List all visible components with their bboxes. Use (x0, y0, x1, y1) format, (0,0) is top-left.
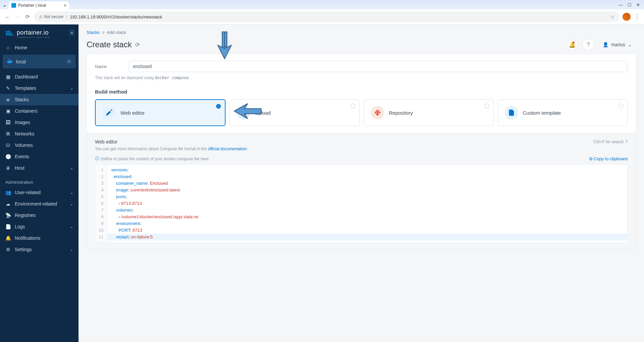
radio-icon: ✓ (216, 104, 221, 109)
build-method-web-editor[interactable]: Web editor✓ (95, 99, 226, 126)
browser-menu-icon[interactable]: ⋮ (634, 13, 640, 20)
chevron-down-icon: ⌄ (70, 225, 73, 229)
security-indicator[interactable]: ⚠ Not secure (39, 14, 63, 19)
breadcrumb: Stacks > Add stack (87, 30, 636, 35)
main-content: Stacks > Add stack Create stack ⟳ 🔔 ? (79, 24, 644, 342)
admin-section-header: Administration (0, 174, 79, 187)
editor-info: You can get more information about Compo… (95, 147, 628, 151)
chevron-down-icon: ⌄ (628, 42, 632, 47)
notifications-button[interactable]: 🔔 (566, 39, 578, 50)
tab-dropdown-icon[interactable]: ⌄ (1, 2, 7, 8)
nav-icon: 🖥 (5, 165, 11, 171)
code-line: container_name: Enclosed (111, 180, 623, 187)
nav-icon: 🔔 (5, 235, 11, 241)
nav-icon: 👥 (5, 190, 11, 195)
sidebar-item-events[interactable]: 🕘Events (0, 151, 79, 162)
sidebar-item-environment-related[interactable]: ☁Environment-related⌄ (0, 198, 79, 210)
nav-icon: 📡 (5, 213, 11, 218)
back-icon[interactable]: ← (4, 14, 11, 20)
user-menu[interactable]: 👤 marius ⌄ (599, 40, 636, 49)
sidebar-item-stacks[interactable]: ≣Stacks (0, 94, 79, 105)
sidebar-item-logs[interactable]: 📄Logs⌄ (0, 221, 79, 232)
profile-avatar[interactable] (623, 13, 631, 21)
copy-clipboard-button[interactable]: ⧉ Copy to clipboard (589, 156, 628, 162)
nav-icon: 🕘 (5, 154, 11, 159)
brand-edition: COMMUNITY EDITION (17, 36, 50, 39)
code-line: restart: on-failure:5 (107, 234, 627, 240)
sidebar-item-templates[interactable]: ✎Templates⌄ (0, 82, 79, 94)
build-method-repository[interactable]: Repository (364, 99, 494, 126)
maximize-icon[interactable]: ☐ (628, 2, 632, 7)
sidebar-item-home[interactable]: ⌂ Home (0, 42, 79, 53)
method-icon (102, 106, 116, 119)
nav-icon: ▦ (5, 74, 11, 79)
build-method-custom-template[interactable]: Custom template (498, 99, 628, 126)
close-icon[interactable]: × (64, 3, 66, 8)
help-button[interactable]: ? (583, 39, 594, 50)
compose-code-editor[interactable]: 1234567891011 services: enclosed: contai… (95, 164, 628, 243)
help-icon: ? (587, 42, 590, 48)
chevron-down-icon: ⌄ (70, 166, 73, 170)
url-text: 192.168.1.18:9000/#!/2/docker/stacks/new… (70, 14, 162, 19)
tab-favicon-icon (11, 3, 16, 8)
method-icon (237, 106, 250, 119)
radio-icon (618, 104, 623, 108)
reload-icon[interactable]: ⟳ (24, 14, 31, 20)
info-icon: ⓘ (95, 156, 99, 162)
search-hint: Ctrl+F for search ? (594, 139, 628, 144)
close-window-icon[interactable]: ✕ (636, 2, 640, 7)
copy-icon: ⧉ (589, 156, 592, 162)
address-bar[interactable]: ⚠ Not secure | 192.168.1.18:9000/#!/2/do… (34, 11, 619, 22)
breadcrumb-root[interactable]: Stacks (87, 30, 100, 35)
help-icon[interactable]: ? (625, 139, 628, 144)
sidebar-item-dashboard[interactable]: ▦Dashboard (0, 71, 79, 82)
radio-icon (485, 104, 489, 108)
refresh-icon[interactable]: ⟳ (135, 41, 140, 48)
stack-form-card: Name This stack will be deployed using d… (87, 54, 636, 249)
sidebar-item-volumes[interactable]: ⛁Volumes (0, 139, 79, 151)
nav-icon: ☁ (5, 201, 11, 207)
method-icon (505, 106, 518, 119)
sidebar-environment[interactable]: local × (3, 55, 76, 68)
sidebar-item-notifications[interactable]: 🔔Notifications (0, 232, 79, 244)
minimize-icon[interactable]: — (618, 2, 623, 7)
sidebar-item-host[interactable]: 🖥Host⌄ (0, 162, 79, 174)
warning-icon: ⚠ (39, 14, 43, 19)
browser-nav-bar: ← → ⟳ ⚠ Not secure | 192.168.1.18:9000/#… (0, 9, 644, 24)
collapse-sidebar-icon[interactable]: « (69, 29, 75, 36)
portainer-logo-icon (5, 29, 14, 39)
build-method-upload[interactable]: Upload (230, 99, 359, 126)
bell-icon: 🔔 (569, 42, 576, 48)
close-env-icon[interactable]: × (66, 59, 72, 64)
page-title: Create stack ⟳ (87, 40, 140, 49)
sidebar-item-registries[interactable]: 📡Registries (0, 210, 79, 221)
nav-icon: ⌘ (5, 131, 11, 136)
sidebar-item-images[interactable]: 🖼Images (0, 117, 79, 128)
nav-icon: ⛁ (5, 142, 11, 148)
code-line: volumes: (111, 207, 623, 214)
sidebar-item-containers[interactable]: ▣Containers (0, 105, 79, 117)
bookmark-icon[interactable]: ☆ (610, 14, 614, 19)
home-icon: ⌂ (5, 45, 11, 50)
sidebar-item-networks[interactable]: ⌘Networks (0, 128, 79, 139)
forward-icon[interactable]: → (14, 14, 21, 20)
method-icon (371, 106, 384, 119)
deploy-help-text: This stack will be deployed using docker… (95, 75, 628, 80)
chevron-down-icon: ⌄ (70, 202, 73, 206)
radio-icon (351, 104, 355, 108)
code-line: PORT: 8713 (111, 227, 623, 234)
stack-name-input[interactable] (129, 61, 628, 72)
nav-icon: 📄 (5, 224, 11, 229)
compose-placeholder-hint: Define or paste the content of your dock… (101, 157, 209, 161)
sidebar-item-settings[interactable]: ⚙Settings⌄ (0, 244, 79, 255)
code-line: ports: (111, 193, 623, 200)
docs-link[interactable]: official documentation (208, 147, 247, 151)
sidebar-item-user-related[interactable]: 👥User-related⌄ (0, 187, 79, 198)
code-line: enclosed: (111, 173, 623, 180)
notification-dot (573, 42, 575, 44)
user-icon: 👤 (603, 42, 608, 47)
sidebar-logo[interactable]: portainer.io COMMUNITY EDITION « (0, 24, 79, 42)
chevron-down-icon: ⌄ (70, 247, 73, 252)
editor-title: Web editor (95, 139, 117, 145)
browser-tab[interactable]: Portainer | local × (9, 1, 69, 9)
